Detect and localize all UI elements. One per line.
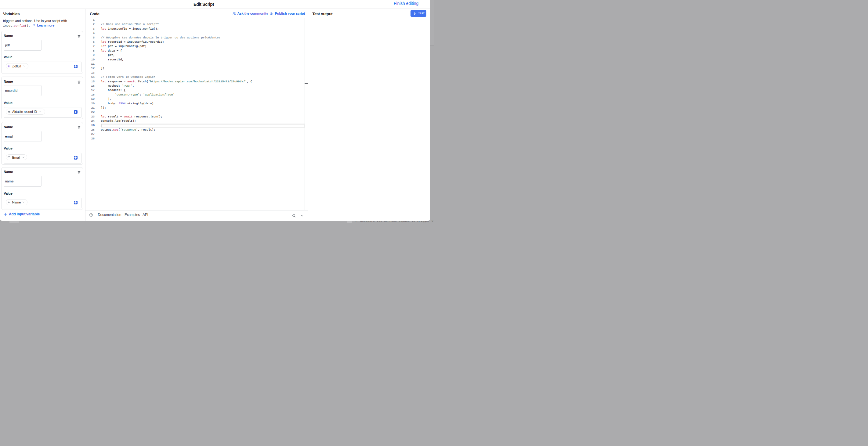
- svg-text:?: ?: [33, 24, 34, 26]
- svg-text:?: ?: [90, 214, 92, 216]
